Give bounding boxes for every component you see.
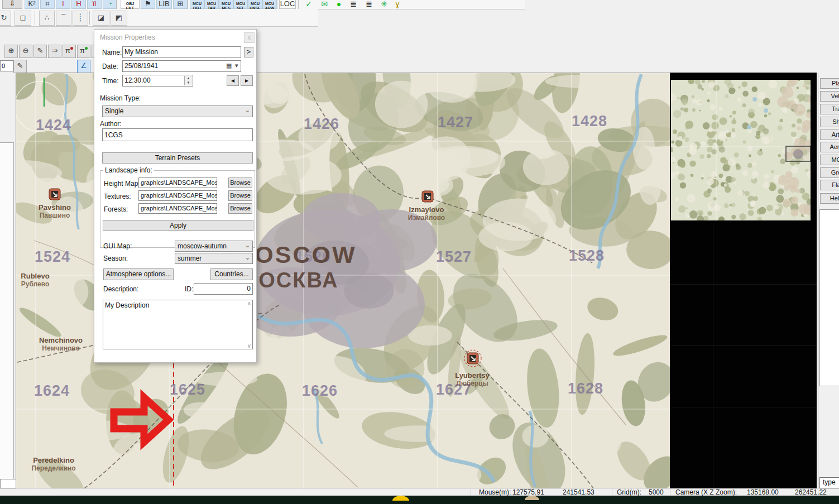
terrain-presets-button[interactable]: Terrain Presets	[102, 152, 253, 164]
date-field[interactable]: 25/08/1941	[122, 60, 241, 72]
scroll-down-icon[interactable]: ∨	[247, 343, 251, 349]
ii-object-icon[interactable]: ïi	[87, 0, 102, 9]
author-field[interactable]: 1CGS	[102, 128, 253, 141]
right-panel-button-aero[interactable]: Aero	[820, 142, 839, 152]
stamp-paste-icon[interactable]: ◩	[111, 11, 127, 26]
countries-button[interactable]: Countries...	[210, 268, 253, 280]
toolbar-separator	[89, 11, 90, 25]
flag-filter-icon[interactable]: ⚑	[141, 0, 155, 9]
pi-green-icon[interactable]: π	[77, 45, 90, 58]
mcu-arw-button[interactable]: MCUARW	[262, 0, 277, 9]
mcu-mes-button[interactable]: MCUMES	[219, 0, 233, 9]
void-gridline-h3	[670, 407, 817, 407]
zoom-in-icon[interactable]: ⊕	[4, 45, 18, 58]
gui-map-select[interactable]: moscow-autumn ⌄	[175, 241, 253, 252]
mission-type-value: Single	[105, 107, 123, 115]
axis-path-icon[interactable]: ┊	[73, 11, 88, 26]
angle-measure-icon[interactable]: ∠	[77, 60, 90, 73]
loc-button[interactable]: LOC	[279, 0, 296, 9]
rotate-select-icon[interactable]: ↻	[0, 11, 11, 26]
jump-arrow-icon[interactable]: ⇒	[48, 45, 61, 58]
map-marker-icon[interactable]	[422, 191, 433, 202]
mission-type-select[interactable]: Single ⌄	[102, 105, 253, 117]
atmosphere-options-button[interactable]: Atmosphere options...	[103, 268, 174, 280]
left-side-panel	[0, 142, 14, 488]
type-filter-box[interactable]: type	[819, 477, 839, 488]
minimap-viewport-rect[interactable]	[786, 146, 811, 161]
spin-up-icon[interactable]: ▲	[187, 76, 190, 80]
slingshot-icon[interactable]: ɣ	[392, 0, 403, 9]
time-next-button[interactable]: ▸	[241, 75, 253, 86]
textures-browse-button[interactable]: Browse	[228, 190, 252, 201]
place-label-en: Nemchinovo	[39, 336, 83, 344]
status-item: 127575.91	[512, 488, 544, 496]
right-panel-button-fla[interactable]: Fla	[820, 180, 839, 190]
calendar-icon[interactable]: ▦	[226, 62, 232, 69]
h-object-icon[interactable]: H	[71, 0, 86, 9]
right-panel-button-gro[interactable]: Gro	[820, 167, 839, 178]
place-label-en: Peredelkino	[33, 456, 74, 464]
right-panel-button-tra[interactable]: Tra	[820, 104, 839, 114]
k2-icon[interactable]: K²	[25, 0, 39, 9]
scroll-up-icon[interactable]: ∧	[247, 300, 251, 306]
edit-pencil2-icon[interactable]: ✎	[13, 60, 27, 73]
season-select[interactable]: summer ⌄	[175, 253, 253, 264]
pi-red-icon[interactable]: π	[63, 45, 76, 58]
dialog-close-button[interactable]: x	[244, 32, 255, 43]
time-field[interactable]: 12:30:00 ▲ ▼	[122, 75, 193, 87]
forests-browse-button[interactable]: Browse	[228, 203, 252, 214]
info-object-icon[interactable]: i	[56, 0, 70, 9]
lib-button[interactable]: LIB	[156, 0, 172, 9]
group-layout-icon[interactable]: ⊞	[173, 0, 188, 9]
import-terrain-icon[interactable]: ⇩	[2, 0, 22, 9]
obj-filter-button[interactable]: OBJFILT	[121, 0, 140, 9]
counter-input[interactable]	[0, 60, 13, 71]
mcu-tar-button[interactable]: MCUTAR	[204, 0, 219, 9]
right-panel-button-mc[interactable]: MC	[820, 155, 839, 165]
waypoint-path-icon[interactable]: ∴	[39, 11, 55, 26]
right-panel-button-arti[interactable]: Arti	[820, 129, 839, 140]
check-icon[interactable]: ✓	[301, 0, 316, 9]
right-panel-box	[819, 209, 839, 386]
zoom-out-icon[interactable]: ⊖	[19, 45, 32, 58]
date-dropdown-icon[interactable]: ▾	[235, 62, 238, 69]
height-map-field[interactable]: graphics\LANDSCAPE_Mosc	[138, 177, 217, 188]
forests-field[interactable]: graphics\LANDSCAPE_Mosc	[138, 203, 217, 214]
edit-pencil-icon[interactable]: ✎	[33, 45, 47, 58]
time-prev-button[interactable]: ◂	[227, 75, 239, 86]
lines-dashed-icon[interactable]: ≣	[346, 0, 361, 9]
asterisk-icon[interactable]: ✳	[378, 0, 390, 9]
spin-down-icon[interactable]: ▼	[187, 81, 190, 84]
height-map-browse-button[interactable]: Browse	[228, 177, 252, 188]
dialog-title: Mission Properties	[100, 33, 155, 41]
id-field[interactable]: 0	[194, 283, 253, 295]
time-spinner[interactable]: ▲ ▼	[184, 76, 192, 85]
time-label: Time:	[102, 77, 119, 85]
mcu-obj-button[interactable]: MCUOBJ	[190, 0, 204, 9]
grid-square-label: 1428	[572, 113, 607, 129]
taskbar-strip	[0, 496, 839, 504]
right-panel-button-pla[interactable]: Pla	[820, 78, 839, 89]
name-field[interactable]: My Mission	[122, 46, 241, 58]
envelope-icon[interactable]: ✉	[317, 0, 332, 9]
minimap[interactable]	[671, 80, 811, 220]
right-panel-button-veh[interactable]: Veh	[820, 91, 839, 102]
status-item: 5000	[649, 488, 664, 496]
dot-icon[interactable]: ●	[333, 0, 345, 9]
clock-icon[interactable]: ◔	[103, 0, 117, 9]
right-panel-button-help[interactable]: Help	[820, 193, 839, 204]
grid-square-label: 1626	[302, 382, 338, 399]
description-textarea[interactable]: My Description ∧ ∨	[103, 300, 253, 349]
stamp-copy-icon[interactable]: ◪	[93, 11, 109, 26]
lines-dashed2-icon[interactable]: ≣	[362, 0, 376, 9]
marquee-select-icon[interactable]: ◻	[15, 11, 31, 26]
right-panel-button-sh[interactable]: Sh	[820, 117, 839, 127]
mcu-unse-button[interactable]: MCUUNSE	[248, 0, 262, 9]
grid-tool-icon[interactable]: ⌗	[40, 0, 55, 9]
arc-path-icon[interactable]: ⌒	[56, 11, 71, 26]
map-marker-icon[interactable]	[49, 189, 60, 200]
textures-field[interactable]: graphics\LANDSCAPE_Mosc	[138, 190, 217, 201]
name-more-button[interactable]: >	[244, 47, 253, 57]
mcu-sel-button[interactable]: MCUSEL	[233, 0, 248, 9]
apply-button[interactable]: Apply	[103, 220, 253, 231]
